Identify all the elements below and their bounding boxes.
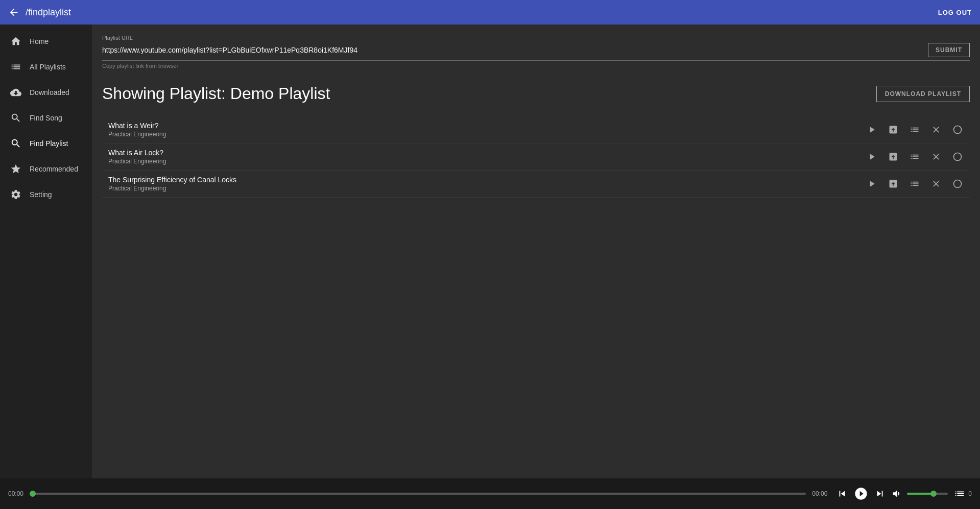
close-icon [931,179,941,189]
progress-thumb [30,491,36,497]
circle-button[interactable] [951,124,964,136]
sidebar-item-setting[interactable]: Setting [0,182,92,207]
queue-count: 0 [968,490,972,497]
add-to-queue-button[interactable] [909,178,921,190]
add-to-queue-button[interactable] [909,151,921,163]
song-title: What is Air Lock? [108,149,866,157]
skip-back-button[interactable] [836,488,848,499]
sidebar-label-downloaded: Downloaded [30,88,69,96]
sidebar-label-setting: Setting [30,190,52,199]
download-button[interactable] [887,178,899,190]
sidebar-label-find-playlist: Find Playlist [30,139,68,148]
list-icon [10,61,21,72]
sidebar-label-home: Home [30,37,49,45]
song-actions [866,151,964,163]
svg-point-1 [954,153,962,161]
download-playlist-button[interactable]: DOWNLOAD PLAYLIST [876,86,970,102]
queue-section: 0 [954,488,972,499]
close-icon [931,152,941,162]
sidebar-item-find-song[interactable]: Find Song [0,105,92,131]
player-time-total: 00:00 [812,490,830,497]
add-queue-icon [910,179,920,189]
queue-icon [954,488,965,499]
play-icon [867,152,877,162]
table-row: What is Air Lock? Practical Engineering [102,143,970,171]
add-queue-icon [910,152,920,162]
song-info: What is Air Lock? Practical Engineering [108,149,866,165]
circle-icon [952,152,963,162]
volume-thumb [930,491,937,497]
song-actions [866,124,964,136]
search-icon [10,112,21,124]
svg-point-2 [954,180,962,188]
play-icon [867,125,877,135]
remove-button[interactable] [930,151,942,163]
back-button[interactable] [8,7,19,18]
home-icon [10,36,21,47]
song-info: What is a Weir? Practical Engineering [108,122,866,138]
volume-section [892,488,948,499]
playlist-header: Showing Playlist: Demo Playlist DOWNLOAD… [102,79,970,108]
song-artist: Practical Engineering [108,158,866,165]
song-info: The Surprising Efficiency of Canal Locks… [108,176,866,192]
player-controls [836,487,886,501]
sidebar: Home All Playlists Downloaded Find Song … [0,25,92,478]
remove-button[interactable] [930,178,942,190]
topbar-left: /findplaylist [8,7,71,18]
table-row: What is a Weir? Practical Engineering [102,116,970,143]
content-area: Playlist URL SUBMIT Copy playlist link f… [92,25,980,478]
topbar: /findplaylist LOG OUT [0,0,980,25]
circle-icon [952,179,963,189]
gear-icon [10,189,21,200]
download-button[interactable] [887,124,899,136]
search-list-icon [10,138,21,149]
url-label: Playlist URL [102,35,970,41]
download-icon [888,125,898,135]
remove-button[interactable] [930,124,942,136]
circle-button[interactable] [951,151,964,163]
add-queue-icon [910,125,920,135]
sidebar-item-downloaded[interactable]: Downloaded [0,80,92,105]
skip-back-icon [836,488,848,499]
star-icon [10,163,21,175]
song-actions [866,178,964,190]
song-artist: Practical Engineering [108,131,866,138]
sidebar-item-find-playlist[interactable]: Find Playlist [0,131,92,156]
sidebar-item-recommended[interactable]: Recommended [0,156,92,182]
skip-forward-button[interactable] [874,488,886,499]
url-hint: Copy playlist link from browser [102,63,970,69]
logout-button[interactable]: LOG OUT [938,9,972,16]
play-button[interactable] [866,124,878,136]
download-button[interactable] [887,151,899,163]
close-icon [931,125,941,135]
play-pause-button[interactable] [854,487,868,501]
queue-button[interactable] [954,488,965,499]
player-bar: 00:00 00:00 0 [0,478,980,509]
volume-fill [907,493,934,495]
play-button[interactable] [866,178,878,190]
submit-button[interactable]: SUBMIT [928,43,970,57]
url-input[interactable] [102,46,922,54]
playlist-title: Showing Playlist: Demo Playlist [102,84,330,103]
sidebar-label-all-playlists: All Playlists [30,63,66,71]
song-title: What is a Weir? [108,122,866,130]
sidebar-item-all-playlists[interactable]: All Playlists [0,54,92,80]
volume-slider[interactable] [907,493,948,495]
main-layout: Home All Playlists Downloaded Find Song … [0,25,980,478]
player-time-current: 00:00 [8,490,27,497]
add-to-queue-button[interactable] [909,124,921,136]
progress-track[interactable] [33,493,806,495]
table-row: The Surprising Efficiency of Canal Locks… [102,171,970,198]
skip-forward-icon [874,488,886,499]
circle-button[interactable] [951,178,964,190]
sidebar-label-recommended: Recommended [30,165,78,173]
volume-button[interactable] [892,488,903,499]
circle-icon [952,125,963,135]
play-button[interactable] [866,151,878,163]
download-icon [888,152,898,162]
play-icon [867,179,877,189]
cloud-download-icon [10,87,21,98]
url-input-row: SUBMIT [102,43,970,61]
sidebar-item-home[interactable]: Home [0,29,92,54]
download-icon [888,179,898,189]
